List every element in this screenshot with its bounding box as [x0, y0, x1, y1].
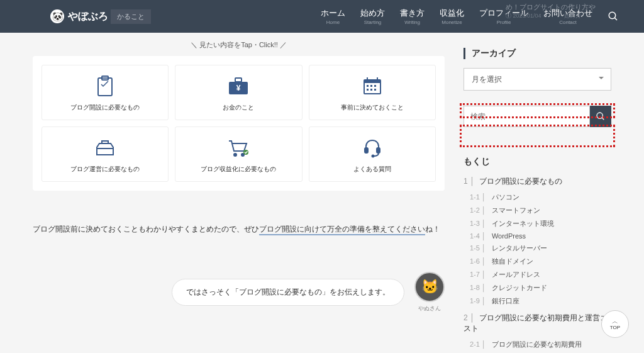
site-header: 🐼 やぼぶろ かること ホームHome 始め方Starting 書き方Writi…	[0, 0, 644, 33]
card-monetize[interactable]: ブログ収益化に必要なもの	[175, 126, 302, 182]
toc-item[interactable]: 1-1 │ パソコン	[470, 191, 611, 204]
svg-point-18	[234, 154, 236, 156]
search-button[interactable]	[590, 106, 611, 127]
card-faq[interactable]: よくある質問	[309, 126, 436, 182]
toolbox-icon	[47, 137, 163, 159]
toc-item[interactable]: 1-4 │ WordPress	[470, 230, 611, 242]
svg-text:¥: ¥	[236, 84, 241, 92]
toc-item[interactable]: 2-1 │ ブログ開設に必要な初期費用	[470, 338, 611, 351]
avatar-icon: 🐱	[414, 272, 445, 302]
card-grid-container: ブログ開設に必要なもの ¥ お金のこと 事前に決めておくこと ブログ運営に必要な…	[33, 56, 445, 191]
logo-icon: 🐼	[50, 9, 64, 23]
toc: 1 │ ブログ開設に必要なもの1-1 │ パソコン1-2 │ スマートフォン1-…	[464, 176, 611, 353]
nav-writing[interactable]: 書き方Writing	[400, 8, 425, 25]
svg-rect-12	[370, 85, 372, 87]
archive-month-select[interactable]: 月を選択	[464, 68, 611, 91]
chevron-up-icon: ︿	[612, 318, 618, 325]
speech-block: ではさっそく「ブログ開設に必要なもの」をお伝えします。 🐱 やぬさん	[33, 272, 445, 313]
toc-item[interactable]: 1-9 │ 銀行口座	[470, 294, 611, 308]
svg-rect-8	[365, 83, 380, 93]
svg-point-19	[242, 154, 244, 156]
search-icon	[596, 111, 606, 121]
card-decide[interactable]: 事前に決めておくこと	[309, 65, 436, 120]
toc-item[interactable]: 1-3 │ インターネット環境	[470, 217, 611, 230]
svg-line-25	[602, 118, 604, 120]
speech-bubble: ではさっそく「ブログ開設に必要なもの」をお伝えします。	[172, 279, 404, 306]
svg-point-23	[372, 155, 374, 157]
toc-item[interactable]: 1-6 │ 独自ドメイン	[470, 255, 611, 268]
svg-rect-16	[374, 89, 376, 91]
sidebar: アーカイブ 月を選択 もくじ 1 │ ブログ開設に必要なもの1-1 │ パソコン…	[464, 33, 611, 353]
headset-icon	[314, 137, 430, 159]
briefcase-yen-icon: ¥	[180, 76, 296, 97]
tap-click-hint: ＼ 見たい内容をTap・Click!! ／	[33, 40, 445, 50]
toc-section-title[interactable]: 2 │ ブログ開設に必要な初期費用と運営コスト	[464, 313, 611, 334]
main-content: ＼ 見たい内容をTap・Click!! ／ ブログ開設に必要なもの ¥ お金のこ…	[33, 33, 445, 353]
cart-icon	[180, 137, 296, 159]
archive-heading: アーカイブ	[464, 48, 611, 59]
svg-rect-15	[370, 89, 372, 91]
logo[interactable]: 🐼 やぼぶろ	[50, 9, 108, 23]
nav-monetize[interactable]: 収益化Monetize	[440, 8, 464, 25]
card-money[interactable]: ¥ お金のこと	[175, 65, 302, 120]
svg-rect-14	[367, 89, 369, 91]
intro-paragraph: ブログ開設前に決めておくこともわかりやすくまとめたので、ぜひブログ開設に向けて万…	[33, 222, 445, 237]
speech-avatar: 🐱 やぬさん	[414, 272, 445, 313]
nav-starting[interactable]: 始め方Starting	[360, 8, 385, 25]
svg-point-24	[597, 113, 602, 118]
annotation-box-bottom	[460, 125, 615, 147]
svg-rect-5	[235, 78, 242, 82]
svg-rect-21	[365, 148, 368, 153]
calendar-icon	[314, 76, 430, 97]
toc-item[interactable]: 1-8 │ クレジットカード	[470, 281, 611, 294]
svg-rect-13	[374, 85, 376, 87]
svg-rect-2	[98, 78, 112, 96]
scroll-to-top-button[interactable]: ︿ TOP	[601, 310, 629, 338]
toc-item[interactable]: 1-2 │ スマートフォン	[470, 204, 611, 217]
logo-text: やぼぶろ	[68, 10, 108, 23]
toc-section-title[interactable]: 1 │ ブログ開設に必要なもの	[464, 176, 611, 187]
search-input[interactable]	[464, 106, 590, 127]
svg-rect-22	[377, 148, 380, 153]
header-tooltip: かること	[111, 9, 151, 24]
svg-line-1	[614, 18, 617, 20]
toc-heading: もくじ	[464, 156, 611, 167]
toc-item[interactable]: 1-5 │ レンタルサーバー	[470, 242, 611, 255]
clipboard-icon	[47, 76, 163, 97]
header-ghost-text: め！ブログサイトの作り方や ① 2023/01/04 始め方	[506, 3, 613, 20]
toc-item[interactable]: 1-7 │ メールアドレス	[470, 268, 611, 281]
card-operation[interactable]: ブログ運営に必要なもの	[42, 126, 169, 182]
card-requirements[interactable]: ブログ開設に必要なもの	[42, 65, 169, 120]
nav-home[interactable]: ホームHome	[321, 8, 345, 25]
svg-rect-11	[367, 85, 369, 87]
